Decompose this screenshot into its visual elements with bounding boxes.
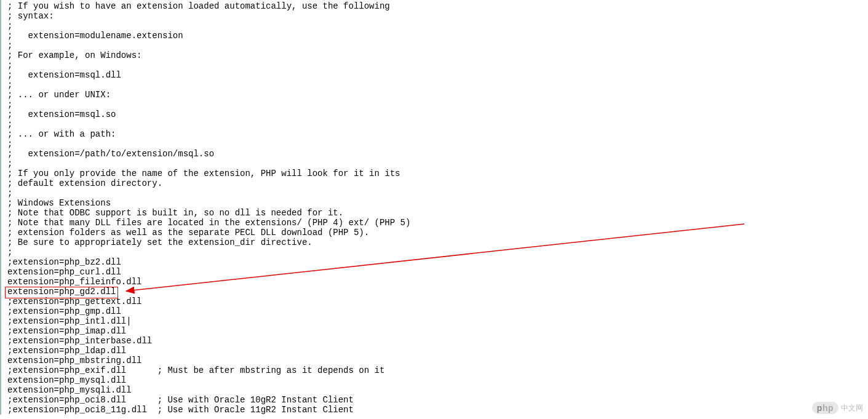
- code-line: ; extension folders as well as the separ…: [7, 228, 868, 237]
- code-line: ;extension=php_interbase.dll: [7, 336, 868, 346]
- code-line: ;extension=php_oci8.dll ; Use with Oracl…: [7, 395, 868, 405]
- code-line: ;: [7, 80, 868, 90]
- code-line: ; extension=msql.so: [7, 110, 868, 119]
- code-line: extension=php_fileinfo.dll: [7, 277, 868, 287]
- code-line: ; Windows Extensions: [7, 198, 868, 208]
- code-line: ; default extension directory.: [7, 178, 868, 188]
- code-line: ;: [7, 159, 868, 169]
- code-line: ;extension=php_intl.dll|: [7, 316, 868, 326]
- watermark: php 中文网: [812, 402, 863, 414]
- code-line: ;extension=php_bz2.dll: [7, 257, 868, 267]
- code-line: ;: [7, 41, 868, 50]
- code-line: ; For example, on Windows:: [7, 50, 868, 60]
- code-line: ;extension=php_oci8_11g.dll ; Use with O…: [7, 405, 868, 415]
- code-line: extension=php_gd2.dll: [7, 287, 868, 297]
- watermark-text: 中文网: [841, 403, 863, 413]
- code-line: ; If you wish to have an extension loade…: [7, 1, 868, 11]
- code-line: extension=php_mysqli.dll: [7, 385, 868, 395]
- code-line: ; syntax:: [7, 11, 868, 21]
- code-line: ;: [7, 100, 868, 110]
- code-line: ; Note that many DLL files are located i…: [7, 218, 868, 228]
- code-line: extension=php_mysql.dll: [7, 375, 868, 385]
- code-line: ; If you only provide the name of the ex…: [7, 169, 868, 178]
- code-line: ;: [7, 21, 868, 31]
- code-line: ;: [7, 139, 868, 149]
- php-badge: php: [812, 402, 838, 414]
- code-line: ;extension=php_exif.dll ; Must be after …: [7, 365, 868, 375]
- code-line: ;: [7, 188, 868, 198]
- code-line: ; extension=msql.dll: [7, 70, 868, 80]
- code-line: extension=php_curl.dll: [7, 267, 868, 277]
- code-line: ; Note that ODBC support is built in, so…: [7, 208, 868, 218]
- code-editor[interactable]: ; If you wish to have an extension loade…: [0, 0, 868, 415]
- code-line: ; Be sure to appropriately set the exten…: [7, 237, 868, 247]
- code-line: ;extension=php_ldap.dll: [7, 346, 868, 356]
- code-line: ; extension=/path/to/extension/msql.so: [7, 149, 868, 159]
- code-line: ; ... or under UNIX:: [7, 90, 868, 100]
- code-line: ; ... or with a path:: [7, 129, 868, 139]
- code-line: ;extension=php_imap.dll: [7, 326, 868, 336]
- code-line: ;: [7, 247, 868, 257]
- code-line: ; extension=modulename.extension: [7, 31, 868, 41]
- code-line: ;: [7, 60, 868, 70]
- code-line: ;extension=php_gmp.dll: [7, 306, 868, 316]
- code-line: ;extension=php_gettext.dll: [7, 297, 868, 306]
- code-line: extension=php_mbstring.dll: [7, 356, 868, 365]
- code-line: ;: [7, 119, 868, 129]
